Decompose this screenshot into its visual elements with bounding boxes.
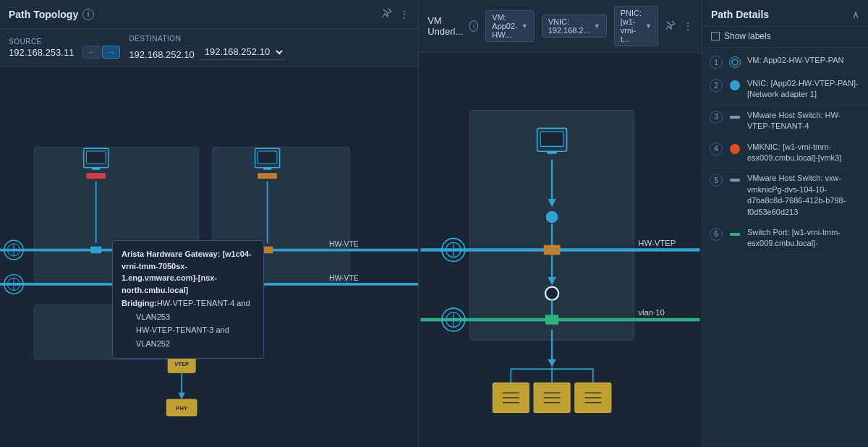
path-item-2-icon [728, 79, 741, 92]
svg-rect-49 [544, 245, 561, 255]
svg-rect-5 [92, 168, 100, 170]
gateway-tooltip: Arista Hardware Gateway: [w1c04-vrni-tmm… [112, 240, 264, 359]
path-item-1-text: VM: App02-HW-VTEP-PAN [747, 55, 861, 66]
destination-with-dropdown: 192.168.252.10 192.168.252.10 [129, 44, 284, 60]
svg-text:VTEP: VTEP [174, 361, 189, 367]
path-item-1-num: 1 [710, 56, 723, 69]
path-detail-item-6: 6 Switch Port: [w1-vrni-tmm-esx009.cmbu.… [702, 223, 868, 255]
svg-point-52 [545, 287, 558, 300]
vnic-icon [730, 80, 740, 90]
svg-rect-37 [540, 132, 563, 146]
svg-point-79 [732, 59, 738, 65]
path-topology-title: Path Topology [9, 9, 78, 20]
svg-rect-60 [545, 315, 558, 325]
path-item-3-text: VMware Host Switch: HW-VTEP-TENANT-4 [747, 110, 861, 132]
destination-value: 192.168.252.10 [129, 49, 194, 60]
more-options-icon[interactable]: ⋮ [399, 9, 409, 20]
svg-text:HW-VTEP: HW-VTEP [638, 239, 676, 247]
svg-rect-38 [547, 151, 557, 153]
destination-dropdown[interactable]: 192.168.252.10 [199, 44, 285, 60]
path-detail-items: 1 VM: App02-HW-VTEP-PAN 2 VNIC: [App02-H… [702, 48, 868, 447]
path-item-6-text: Switch Port: [w1-vrni-tmm-esx009.cmbu.lo… [747, 227, 861, 250]
path-item-5-num: 5 [710, 174, 723, 187]
left-panel: Path Topology i ⋮ Source 192.168.253.11 … [0, 0, 419, 447]
path-details-title: Path Details [711, 9, 769, 20]
right-more-icon[interactable]: ⋮ [683, 20, 693, 32]
right-panel-header: VM Underl... i VM: App02-HW... ▼ VNIC: 1… [419, 0, 702, 53]
source-value: 192.168.253.11 [9, 47, 74, 58]
path-details-header: Path Details ∧ [702, 0, 868, 27]
right-pin-icon[interactable] [665, 20, 676, 33]
path-item-2-num: 2 [710, 79, 723, 92]
show-labels-checkbox[interactable] [711, 32, 720, 41]
vnic-dropdown-label: VNIC: 192.168.2... [548, 17, 590, 35]
path-topology-info-icon[interactable]: i [82, 9, 94, 20]
right-topology-svg: HW-VTEP vlan·10 [419, 53, 702, 447]
pnic-dropdown[interactable]: PNIC: [w1-vrni-t... ▼ [614, 6, 658, 46]
path-item-4-num: 4 [710, 142, 723, 156]
vm-dropdown-label: VM: App02-HW... [492, 13, 517, 39]
pnic-dropdown-label: PNIC: [w1-vrni-t... [621, 9, 642, 43]
path-details-sidebar: Path Details ∧ Show labels 1 VM: App02-H… [702, 0, 868, 447]
svg-rect-7 [258, 151, 277, 163]
path-item-6-num: 6 [710, 228, 723, 241]
vm-underlay-text: VM Underl... [427, 15, 466, 37]
svg-marker-62 [548, 359, 556, 367]
source-label: Source [9, 38, 74, 46]
svg-rect-4 [86, 151, 106, 163]
svg-marker-32 [178, 393, 184, 399]
pnic-dropdown-arrow: ▼ [645, 22, 652, 30]
left-topology-canvas: HW-VTE HW-VTE VTEP [0, 67, 418, 447]
direction-buttons: ← → [82, 46, 120, 59]
tooltip-bridging: Bridging:HW-VTEP-TENANT-4 and [122, 297, 255, 310]
svg-text:HW-VTE: HW-VTE [329, 274, 359, 282]
destination-label: Destination [129, 35, 284, 43]
path-item-5-text: VMware Host Switch: vxw-vmknicPg-dvs-104… [747, 173, 861, 218]
path-item-5-icon [728, 174, 741, 187]
dash-green-icon [730, 233, 740, 236]
vm-underlay-title: VM Underl... i [427, 15, 478, 37]
path-item-6-icon [728, 228, 741, 241]
path-item-3-num: 3 [710, 111, 723, 124]
vnic-dropdown[interactable]: VNIC: 192.168.2... ▼ [542, 14, 607, 38]
svg-text:PHY: PHY [176, 405, 187, 412]
vmknic-icon [730, 144, 740, 154]
right-main-area: VM Underl... i VM: App02-HW... ▼ VNIC: 1… [419, 0, 702, 447]
path-detail-item-5: 5 VMware Host Switch: vxw-vmknicPg-dvs-1… [702, 169, 868, 223]
src-dst-bar: Source 192.168.253.11 ← → Destination 19… [0, 29, 418, 67]
path-details-collapse-btn[interactable]: ∧ [852, 9, 859, 20]
svg-rect-25 [90, 247, 101, 253]
vm-dropdown[interactable]: VM: App02-HW... ▼ [485, 10, 534, 42]
dash-icon-3 [730, 116, 740, 119]
svg-rect-8 [263, 168, 271, 170]
path-item-1-icon [728, 56, 741, 69]
tooltip-bridge1: VLAN253 [122, 311, 255, 323]
show-labels-text: Show labels [724, 31, 771, 41]
direction-left-btn[interactable]: ← [82, 46, 101, 59]
svg-point-41 [545, 210, 558, 224]
path-detail-item-2: 2 VNIC: [App02-HW-VTEP-PAN]-[Network ada… [702, 74, 868, 106]
path-detail-item-4: 4 VMKNIC: [w1-vrni-tmm-esx009.cmbu.local… [702, 137, 868, 169]
left-panel-title: Path Topology i [9, 9, 94, 20]
left-header-icons: ⋮ [382, 8, 409, 20]
right-topology-canvas: HW-VTEP vlan·10 [419, 53, 702, 447]
vnic-dropdown-arrow: ▼ [594, 22, 600, 30]
svg-text:vlan·10: vlan·10 [638, 308, 665, 317]
right-panel: VM Underl... i VM: App02-HW... ▼ VNIC: 1… [419, 0, 868, 447]
svg-rect-10 [258, 173, 277, 179]
svg-text:HW-VTE: HW-VTE [329, 240, 359, 248]
left-panel-header: Path Topology i ⋮ [0, 0, 418, 29]
vm-ring-icon [729, 56, 741, 68]
vm-dropdown-arrow: ▼ [522, 22, 528, 30]
path-item-3-icon [728, 111, 741, 124]
path-item-4-text: VMKNIC: [w1-vrni-tmm-esx009.cmbu.local]-… [747, 142, 861, 164]
vm-underlay-info-icon[interactable]: i [469, 20, 478, 32]
path-detail-item-3: 3 VMware Host Switch: HW-VTEP-TENANT-4 [702, 106, 868, 137]
path-item-2-text: VNIC: [App02-HW-VTEP-PAN]-[Network adapt… [747, 78, 861, 101]
tooltip-bridge3: VLAN252 [122, 338, 255, 350]
path-item-4-icon [728, 142, 741, 156]
direction-right-btn[interactable]: → [102, 46, 120, 59]
tooltip-title: Arista Hardware Gateway: [w1c04-vrni-tmm… [122, 248, 255, 296]
pin-icon[interactable] [382, 8, 392, 20]
dash-icon-5 [730, 179, 740, 182]
